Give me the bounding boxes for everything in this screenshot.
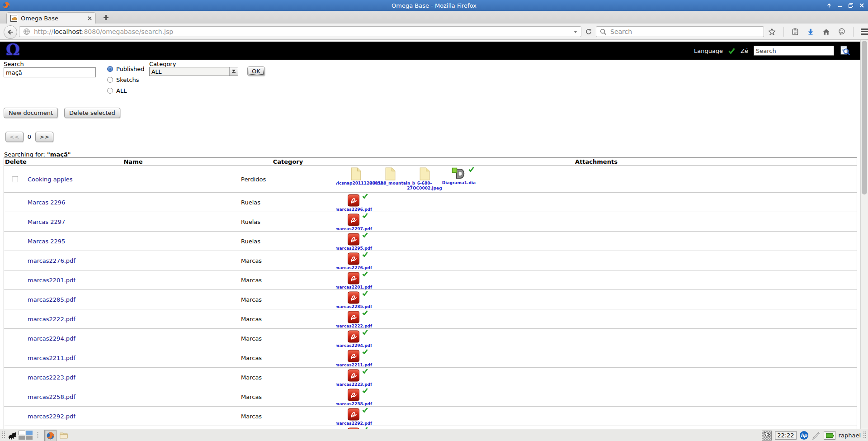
scrollbar-thumb[interactable] xyxy=(862,41,867,194)
url-dropdown-icon[interactable] xyxy=(574,31,577,33)
taskbar-folder-icon[interactable] xyxy=(59,431,68,439)
category-select[interactable]: ALL xyxy=(149,67,238,76)
shade-window-icon[interactable] xyxy=(826,3,832,9)
pointer-tool-button[interactable] xyxy=(762,431,772,441)
document-link[interactable]: Marcas 2297 xyxy=(28,218,65,225)
attachment-link[interactable]: marcas2276.pdf xyxy=(336,266,372,270)
page-scrollbar[interactable] xyxy=(860,40,868,429)
document-link[interactable]: marcas2258.pdf xyxy=(28,394,75,400)
tab-omega-base[interactable]: Omega Base xyxy=(6,12,96,24)
attachment-link[interactable]: marcas2201.pdf xyxy=(336,285,372,289)
delete-selected-button[interactable]: Delete selected xyxy=(64,108,120,118)
feedback-smiley-icon[interactable] xyxy=(838,28,846,36)
document-link[interactable]: marcas2201.pdf xyxy=(28,277,75,284)
stylus-icon[interactable] xyxy=(811,432,821,440)
delete-cell xyxy=(4,251,26,270)
workspace-4[interactable] xyxy=(26,436,33,440)
pdf-file-icon[interactable] xyxy=(348,369,359,382)
ok-button[interactable]: OK xyxy=(247,66,265,76)
image-file-icon[interactable] xyxy=(350,167,362,180)
document-link[interactable]: marcas2285.pdf xyxy=(28,296,75,303)
new-document-button[interactable]: New document xyxy=(4,108,58,118)
attachment-item: marcas2292.pdf xyxy=(339,407,368,426)
taskbar-grip-handle[interactable] xyxy=(863,431,867,439)
image-file-icon[interactable] xyxy=(385,167,396,180)
workspace-1[interactable] xyxy=(19,431,25,435)
dia-file-icon[interactable] xyxy=(452,167,467,180)
taskbar-grip-handle[interactable] xyxy=(2,431,5,439)
pdf-file-icon[interactable] xyxy=(348,291,359,304)
taskbar-firefox-button[interactable] xyxy=(44,430,57,441)
attachment-link[interactable]: marcas2297.pdf xyxy=(336,227,372,231)
battery-icon[interactable] xyxy=(824,431,835,440)
minimize-window-icon[interactable] xyxy=(837,3,843,9)
back-button[interactable] xyxy=(4,25,17,39)
maximize-window-icon[interactable] xyxy=(848,3,854,9)
attachment-link[interactable]: 6-680-27OC0002.jpeg xyxy=(407,181,442,191)
pdf-file-icon[interactable] xyxy=(348,233,359,246)
language-link[interactable]: Language xyxy=(694,47,723,54)
name-cell: Marcas 2295 xyxy=(26,232,240,251)
attachment-link[interactable]: marcas2296.pdf xyxy=(336,207,372,212)
document-link[interactable]: Cooking apples xyxy=(28,176,73,183)
document-link[interactable]: Marcas 2296 xyxy=(28,199,65,206)
attachment-link[interactable]: marcas2211.pdf xyxy=(336,363,372,367)
site-identity-globe-icon[interactable] xyxy=(23,28,30,35)
user-link[interactable]: Zé xyxy=(741,47,748,54)
previous-page-button[interactable]: << xyxy=(5,132,24,142)
tab-close-icon[interactable] xyxy=(88,16,92,20)
site-search-icon[interactable] xyxy=(840,45,850,56)
workspace-pager[interactable] xyxy=(19,431,33,440)
document-link[interactable]: marcas2276.pdf xyxy=(28,257,75,264)
document-link[interactable]: marcas2223.pdf xyxy=(28,374,75,381)
radio-all[interactable] xyxy=(107,88,113,94)
attachment-link[interactable]: marcas2295.pdf xyxy=(336,246,372,251)
select-dropdown-icon[interactable] xyxy=(229,67,238,76)
attachment-link[interactable]: marcas2292.pdf xyxy=(336,421,372,426)
document-link[interactable]: marcas2294.pdf xyxy=(28,335,75,342)
url-bar[interactable]: http://localhost:8080/omegabase/search.j… xyxy=(19,26,581,37)
pdf-file-icon[interactable] xyxy=(348,213,359,226)
bookmarks-menu-icon[interactable] xyxy=(791,28,799,36)
pdf-file-icon[interactable] xyxy=(348,252,359,265)
radio-published[interactable] xyxy=(107,66,113,72)
attachment-link[interactable]: marcas2285.pdf xyxy=(336,304,372,309)
category-value: Marcas xyxy=(241,257,262,264)
reload-icon[interactable] xyxy=(585,28,592,35)
document-link[interactable]: marcas2292.pdf xyxy=(28,413,75,420)
app-launcher-icon[interactable] xyxy=(8,431,18,440)
attachment-link[interactable]: marcas2294.pdf xyxy=(336,343,372,348)
attachment-item: marcas2223.pdf xyxy=(339,368,368,387)
query-input[interactable] xyxy=(4,67,96,77)
pdf-file-icon[interactable] xyxy=(348,194,359,207)
workspace-3[interactable] xyxy=(19,436,25,440)
next-page-button[interactable]: >> xyxy=(35,132,53,142)
browser-search-bar[interactable]: Search xyxy=(596,26,764,37)
attachment-link[interactable]: marcas2223.pdf xyxy=(336,382,372,387)
radio-sketchs[interactable] xyxy=(107,77,113,83)
document-link[interactable]: marcas2211.pdf xyxy=(28,355,75,361)
pdf-file-icon[interactable] xyxy=(348,350,359,362)
menu-hamburger-icon[interactable] xyxy=(861,28,868,35)
home-icon[interactable] xyxy=(822,28,830,36)
attachment-link[interactable]: marcas2258.pdf xyxy=(336,402,372,406)
pdf-file-icon[interactable] xyxy=(348,311,359,323)
pdf-file-icon[interactable] xyxy=(348,272,359,285)
site-search-input[interactable] xyxy=(754,46,834,56)
delete-checkbox[interactable] xyxy=(12,176,18,182)
attachment-link[interactable]: Diagrama1.dia xyxy=(442,180,476,185)
taskbar-clock[interactable]: 22:22 xyxy=(775,431,796,440)
image-file-icon[interactable] xyxy=(419,167,430,180)
pdf-file-icon[interactable] xyxy=(348,389,359,401)
pdf-file-icon[interactable] xyxy=(348,408,359,421)
new-tab-icon[interactable] xyxy=(103,14,109,20)
downloads-icon[interactable] xyxy=(807,28,815,36)
pdf-file-icon[interactable] xyxy=(348,330,359,343)
attachment-link[interactable]: marcas2222.pdf xyxy=(336,324,372,328)
workspace-2[interactable] xyxy=(26,431,33,435)
document-link[interactable]: Marcas 2295 xyxy=(28,238,65,245)
close-window-icon[interactable] xyxy=(859,3,864,9)
attachment-link[interactable]: 060518_mountain_b xyxy=(369,181,411,186)
bookmark-star-icon[interactable] xyxy=(768,28,776,36)
document-link[interactable]: marcas2222.pdf xyxy=(28,316,75,322)
